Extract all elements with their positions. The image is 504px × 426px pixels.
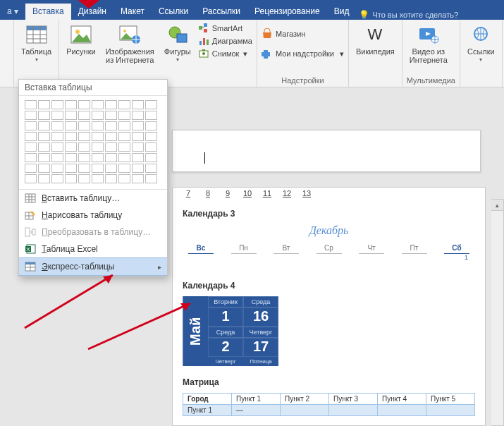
insert-table-menuitem[interactable]: Вставить таблицу… xyxy=(19,190,167,207)
gallery-item-calendar4[interactable]: Май ВторникСреда 116 СредаЧетверг 217 Че… xyxy=(183,296,475,369)
grid-cell[interactable] xyxy=(132,174,144,183)
grid-cell[interactable] xyxy=(118,164,130,173)
grid-cell[interactable] xyxy=(92,142,104,152)
grid-cell[interactable] xyxy=(118,132,130,141)
tab-review[interactable]: Рецензирование xyxy=(247,4,327,20)
grid-cell[interactable] xyxy=(25,164,37,173)
grid-cell[interactable] xyxy=(145,111,157,120)
document-page[interactable] xyxy=(172,130,481,172)
grid-cell[interactable] xyxy=(118,142,130,152)
draw-table-menuitem[interactable]: Нарисовать таблицу xyxy=(19,207,167,224)
grid-cell[interactable] xyxy=(132,100,144,109)
grid-cell[interactable] xyxy=(118,111,130,120)
grid-cell[interactable] xyxy=(38,164,50,173)
grid-cell[interactable] xyxy=(145,100,157,109)
grid-cell[interactable] xyxy=(78,111,90,120)
grid-cell[interactable] xyxy=(38,142,50,152)
tell-me[interactable]: 💡 Что вы хотите сделать? xyxy=(359,10,458,20)
grid-cell[interactable] xyxy=(51,111,63,120)
grid-cell[interactable] xyxy=(65,100,77,109)
grid-cell[interactable] xyxy=(105,142,117,152)
grid-cell[interactable] xyxy=(38,121,50,130)
table-size-grid[interactable] xyxy=(19,96,167,189)
tab-file-fragment[interactable]: а ▾ xyxy=(0,4,25,20)
tab-references[interactable]: Ссылки xyxy=(152,4,195,20)
grid-cell[interactable] xyxy=(105,153,117,162)
gallery-item-matrix[interactable]: Город Пункт 1 Пункт 2 Пункт 3 Пункт 4 Пу… xyxy=(183,393,475,416)
grid-cell[interactable] xyxy=(132,153,144,162)
grid-cell[interactable] xyxy=(145,132,157,141)
grid-cell[interactable] xyxy=(25,121,37,130)
grid-cell[interactable] xyxy=(92,174,104,183)
grid-cell[interactable] xyxy=(132,132,144,141)
grid-cell[interactable] xyxy=(65,142,77,152)
grid-cell[interactable] xyxy=(118,174,130,183)
grid-cell[interactable] xyxy=(38,111,50,120)
tab-layout[interactable]: Макет xyxy=(113,4,152,20)
grid-cell[interactable] xyxy=(25,132,37,141)
grid-cell[interactable] xyxy=(25,174,37,183)
grid-cell[interactable] xyxy=(132,111,144,120)
grid-cell[interactable] xyxy=(38,100,50,109)
grid-cell[interactable] xyxy=(65,164,77,173)
grid-cell[interactable] xyxy=(105,164,117,173)
grid-cell[interactable] xyxy=(78,142,90,152)
grid-cell[interactable] xyxy=(38,174,50,183)
grid-cell[interactable] xyxy=(78,164,90,173)
grid-cell[interactable] xyxy=(51,164,63,173)
grid-cell[interactable] xyxy=(51,142,63,152)
smartart-button[interactable]: SmartArt xyxy=(198,22,252,35)
shapes-button[interactable]: Фигуры▾ xyxy=(161,22,194,64)
grid-cell[interactable] xyxy=(132,121,144,130)
grid-cell[interactable] xyxy=(65,153,77,162)
grid-cell[interactable] xyxy=(132,164,144,173)
grid-cell[interactable] xyxy=(118,121,130,130)
grid-cell[interactable] xyxy=(38,153,50,162)
grid-cell[interactable] xyxy=(92,164,104,173)
grid-cell[interactable] xyxy=(51,132,63,141)
grid-cell[interactable] xyxy=(132,142,144,152)
grid-cell[interactable] xyxy=(38,132,50,141)
chart-button[interactable]: Диаграмма xyxy=(198,35,252,47)
tab-insert[interactable]: Вставка xyxy=(25,4,71,20)
grid-cell[interactable] xyxy=(51,174,63,183)
grid-cell[interactable] xyxy=(145,121,157,130)
grid-cell[interactable] xyxy=(78,153,90,162)
grid-cell[interactable] xyxy=(65,174,77,183)
grid-cell[interactable] xyxy=(105,132,117,141)
grid-cell[interactable] xyxy=(105,111,117,120)
grid-cell[interactable] xyxy=(25,111,37,120)
grid-cell[interactable] xyxy=(25,153,37,162)
grid-cell[interactable] xyxy=(78,132,90,141)
links-button[interactable]: Ссылки▾ xyxy=(465,22,498,64)
grid-cell[interactable] xyxy=(105,121,117,130)
grid-cell[interactable] xyxy=(51,121,63,130)
wikipedia-button[interactable]: W Википедия xyxy=(353,22,398,64)
my-addins-button[interactable]: Мои надстройки▾ xyxy=(262,47,344,60)
scroll-up-icon[interactable]: ▴ xyxy=(491,200,503,211)
grid-cell[interactable] xyxy=(145,174,157,183)
grid-cell[interactable] xyxy=(25,100,37,109)
tab-mailings[interactable]: Рассылки xyxy=(195,4,247,20)
excel-table-menuitem[interactable]: X Таблица Excel xyxy=(19,241,167,257)
online-pictures-button[interactable]: Изображенияиз Интернета xyxy=(103,22,157,64)
gallery-scrollbar[interactable]: ▴ xyxy=(491,199,504,426)
grid-cell[interactable] xyxy=(145,153,157,162)
grid-cell[interactable] xyxy=(78,174,90,183)
grid-cell[interactable] xyxy=(92,121,104,130)
grid-cell[interactable] xyxy=(78,100,90,109)
grid-cell[interactable] xyxy=(92,100,104,109)
grid-cell[interactable] xyxy=(145,164,157,173)
grid-cell[interactable] xyxy=(65,132,77,141)
grid-cell[interactable] xyxy=(51,153,63,162)
screenshot-button[interactable]: Снимок▾ xyxy=(198,47,252,60)
grid-cell[interactable] xyxy=(92,153,104,162)
grid-cell[interactable] xyxy=(105,174,117,183)
store-button[interactable]: Магазин xyxy=(262,28,344,40)
gallery-item-calendar3[interactable]: Декабрь Вс Пн Вт Ср Чт Пт Сб 1 xyxy=(183,224,475,274)
grid-cell[interactable] xyxy=(145,142,157,152)
grid-cell[interactable] xyxy=(92,132,104,141)
table-button[interactable]: Таблица▾ xyxy=(18,22,54,64)
grid-cell[interactable] xyxy=(118,153,130,162)
grid-cell[interactable] xyxy=(65,111,77,120)
